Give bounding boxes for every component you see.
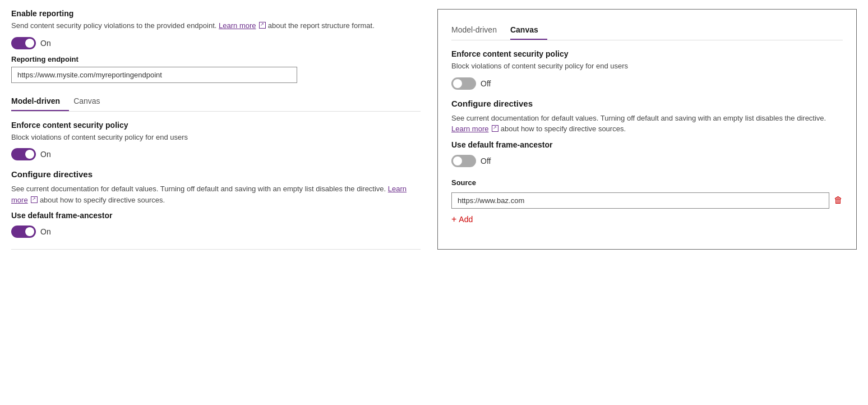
right-configure-directives-description: See current documentation for default va… bbox=[451, 113, 843, 135]
delete-source-icon[interactable]: 🗑 bbox=[834, 195, 843, 205]
right-frame-ancestor-label: Use default frame-ancestor bbox=[451, 140, 843, 149]
left-enforce-csp-toggle[interactable] bbox=[11, 148, 36, 160]
right-tab-model-driven[interactable]: Model-driven bbox=[451, 21, 506, 40]
page-container: Enable reporting Send content security p… bbox=[11, 9, 857, 250]
left-frame-ancestor-label: Use default frame-ancestor bbox=[11, 211, 421, 220]
right-frame-ancestor-toggle[interactable] bbox=[451, 155, 476, 167]
left-configure-directives-description: See current documentation for default va… bbox=[11, 183, 421, 205]
enable-reporting-toggle[interactable] bbox=[11, 37, 36, 49]
left-enforce-csp-title: Enforce content security policy bbox=[11, 121, 421, 130]
left-tabs-container: Model-driven Canvas bbox=[11, 92, 421, 112]
right-configure-directives-title: Configure directives bbox=[451, 99, 843, 108]
source-input[interactable] bbox=[451, 192, 829, 209]
right-configure-external-link-icon bbox=[492, 125, 498, 132]
right-frame-ancestor-toggle-label: Off bbox=[481, 157, 491, 165]
left-frame-ancestor-toggle-container: On bbox=[11, 225, 421, 238]
left-frame-ancestor-toggle-label: On bbox=[40, 227, 51, 236]
source-input-row: 🗑 bbox=[451, 192, 843, 209]
left-enforce-csp-toggle-container: On bbox=[11, 148, 421, 160]
left-enforce-csp-description: Block violations of content security pol… bbox=[11, 132, 421, 143]
right-enforce-csp-toggle[interactable] bbox=[451, 77, 476, 90]
enable-reporting-learn-more[interactable]: Learn more bbox=[219, 21, 256, 30]
right-enforce-csp-toggle-container: Off bbox=[451, 77, 843, 90]
left-frame-ancestor-toggle[interactable] bbox=[11, 225, 36, 238]
left-tab-model-driven[interactable]: Model-driven bbox=[11, 92, 69, 111]
enable-reporting-desc-before: Send content security policy violations … bbox=[11, 21, 216, 30]
left-configure-desc-after: about how to specify directive sources. bbox=[40, 196, 165, 204]
left-configure-desc-before: See current documentation for default va… bbox=[11, 185, 386, 193]
enable-reporting-desc-after: about the report structure format. bbox=[268, 21, 375, 30]
external-link-icon bbox=[259, 22, 266, 29]
left-configure-external-link-icon bbox=[31, 196, 38, 203]
right-enforce-csp-description: Block violations of content security pol… bbox=[451, 61, 843, 72]
add-source-button[interactable]: + Add bbox=[451, 214, 473, 224]
reporting-endpoint-input[interactable] bbox=[11, 67, 297, 83]
left-panel: Enable reporting Send content security p… bbox=[11, 9, 432, 250]
left-enforce-csp-toggle-label: On bbox=[40, 150, 51, 159]
enable-reporting-toggle-label: On bbox=[40, 39, 51, 48]
enable-reporting-title: Enable reporting bbox=[11, 9, 421, 18]
left-tab-canvas[interactable]: Canvas bbox=[73, 92, 109, 111]
add-source-label: Add bbox=[459, 215, 473, 224]
plus-icon: + bbox=[451, 214, 456, 224]
right-tabs-container: Model-driven Canvas bbox=[451, 21, 843, 40]
enable-reporting-toggle-container: On bbox=[11, 37, 421, 49]
enable-reporting-description: Send content security policy violations … bbox=[11, 20, 421, 31]
right-enforce-csp-title: Enforce content security policy bbox=[451, 49, 843, 58]
left-configure-directives-title: Configure directives bbox=[11, 169, 421, 179]
right-configure-desc-before: See current documentation for default va… bbox=[451, 114, 826, 122]
right-frame-ancestor-toggle-container: Off bbox=[451, 155, 843, 167]
right-enforce-csp-toggle-label: Off bbox=[481, 79, 491, 88]
right-configure-learn-more[interactable]: Learn more bbox=[451, 125, 488, 133]
right-configure-desc-after: about how to specify directive sources. bbox=[501, 125, 626, 133]
right-panel: Model-driven Canvas Enforce content secu… bbox=[437, 9, 857, 250]
reporting-endpoint-label: Reporting endpoint bbox=[11, 55, 421, 63]
source-label: Source bbox=[451, 178, 843, 187]
left-separator bbox=[11, 249, 421, 250]
right-tab-canvas[interactable]: Canvas bbox=[510, 21, 547, 40]
